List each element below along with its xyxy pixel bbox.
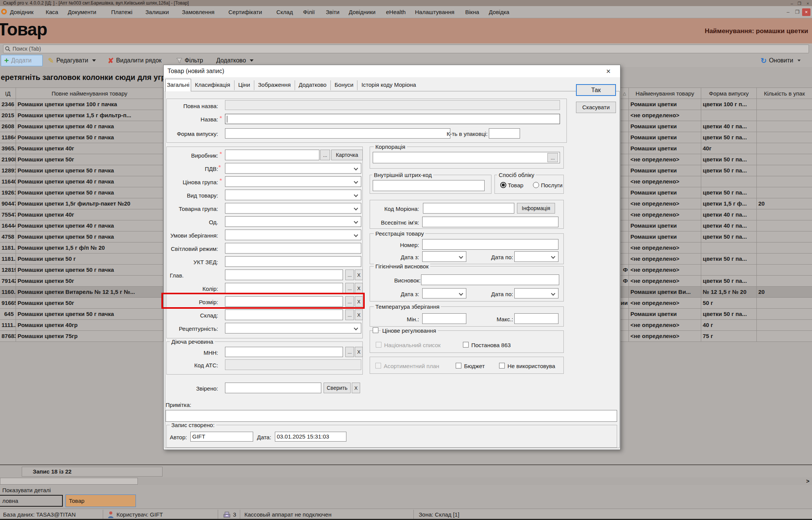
temp-min-field[interactable] [422, 313, 466, 324]
price-regulation-checkbox[interactable] [373, 327, 378, 333]
product-row-left[interactable]: 2346Ромашки цветки цветки 100 г пачка [0, 99, 163, 110]
size-clear-button[interactable]: X [355, 296, 363, 307]
tab-bonusy[interactable]: Бонуси [331, 80, 358, 90]
product-row-right[interactable]: ии<не определено>50 г [621, 298, 812, 309]
product-row-left[interactable]: 1111..Ромашки цветки 40гр [0, 320, 163, 331]
producer-browse-button[interactable]: ... [320, 150, 330, 160]
conclusion-field[interactable] [421, 274, 559, 285]
product-row-left[interactable]: 75547Ромашки цветки 40г [0, 209, 163, 220]
product-row-left[interactable]: 3965..Ромашки цветки 40г [0, 143, 163, 154]
tab-zahalni[interactable]: Загальні [165, 79, 191, 91]
vat-combobox[interactable] [225, 163, 361, 174]
product-row-right[interactable]: Ромашки цветкицветки 50 г па... [621, 132, 812, 143]
product-row-left[interactable]: 91665Ромашки цветки 50г [0, 298, 163, 309]
delete-row-button[interactable]: ✘Видалити рядок [105, 55, 164, 66]
tab-istoriia[interactable]: Історія коду Моріона [357, 80, 420, 90]
product-row-left[interactable]: 21908Ромашки цветки 50г [0, 154, 163, 165]
world-name-field[interactable] [422, 217, 558, 227]
product-row-right[interactable]: <не определено>75 г [621, 331, 812, 342]
composition-clear-button[interactable]: X [355, 309, 363, 320]
product-row-left[interactable]: 11864Ромашки цветки цветки 50 г пачка [0, 132, 163, 143]
cancel-button[interactable]: Скасувати [576, 102, 616, 113]
product-row-left[interactable]: 87683Ромашки цветки 75гр [0, 331, 163, 342]
mdi-close-icon[interactable]: × [802, 8, 810, 16]
search-input[interactable]: Поиск (Tab) [3, 45, 809, 53]
product-row-right[interactable]: <не определено>цветки 40 г па... [621, 209, 812, 220]
column-header-id[interactable]: ІД [0, 88, 16, 99]
product-row-left[interactable]: 19261Ромашки цветки цветки 50 г пачка [0, 187, 163, 198]
product-row-left[interactable]: 16444Ромашки цветки цветки 40 г пачка [0, 220, 163, 231]
product-row-left[interactable]: 12891Ромашки цветки цветки 50 г пачка [0, 165, 163, 176]
color-browse-button[interactable]: ... [345, 283, 354, 293]
unit-combobox[interactable] [225, 216, 361, 227]
budget-checkbox[interactable] [456, 363, 461, 368]
product-row-right[interactable]: Ромашки цветкицветки 50 г па... [621, 231, 812, 242]
product-row-left[interactable]: 2015Ромашки цветки цветки 1,5 г фильтр-п… [0, 110, 163, 121]
reg-number-field[interactable] [422, 239, 558, 250]
color-field[interactable] [225, 283, 343, 293]
menu-zamovlennia[interactable]: Замовлення [182, 9, 214, 15]
horizontal-scrollbar[interactable]: > [0, 477, 812, 485]
column-header-form[interactable]: Форма випуску [701, 88, 757, 99]
product-row-right[interactable]: Ромашки цветкицветки 50 г па... [621, 187, 812, 198]
decree-863-label[interactable]: Постанова 863 [471, 342, 511, 348]
ukt-field[interactable] [225, 256, 361, 267]
corporation-browse-button[interactable]: ... [547, 153, 558, 162]
ok-button[interactable]: Так [576, 84, 616, 96]
menu-dokumenty[interactable]: Документи [68, 9, 96, 15]
verified-field[interactable] [225, 383, 321, 393]
product-row-left[interactable]: 1160..Ромашки цветки Витарель № 12 1,5 г… [0, 287, 163, 298]
scrollbar-thumb[interactable] [0, 478, 138, 485]
product-row-left[interactable]: 4758Ромашки цветки цветки 50 г пачка [0, 231, 163, 242]
product-group-combobox[interactable] [225, 203, 361, 214]
budget-label[interactable]: Бюджет [464, 363, 485, 369]
product-row-right[interactable]: <не определено> [621, 110, 812, 121]
menu-dovidnyk[interactable]: Довідник [10, 9, 34, 15]
minimize-icon[interactable]: – [788, 0, 795, 6]
product-row-right[interactable]: <не определено>цветки 1,5 г ф...20 [621, 198, 812, 209]
size-browse-button[interactable]: ... [345, 296, 354, 307]
name-field[interactable] [225, 114, 560, 124]
decree-863-checkbox[interactable] [463, 342, 469, 348]
verified-clear-button[interactable]: X [352, 383, 360, 393]
product-row-left[interactable]: 2608Ромашки цветки цветки 40 г пачка [0, 121, 163, 132]
product-row-right[interactable]: <не определено>цветки 50 г па... [621, 254, 812, 265]
tab-holovna[interactable]: ловна [0, 495, 63, 507]
product-row-right[interactable]: Ф<не определено>цветки 50 г па... [621, 276, 812, 287]
corporation-field[interactable] [373, 152, 560, 163]
main-clear-button[interactable]: X [355, 270, 363, 280]
product-row-right[interactable]: Ромашки цветки40г [621, 143, 812, 154]
menu-dovidka[interactable]: Довідка [489, 9, 509, 15]
services-radio[interactable] [533, 182, 539, 188]
product-radio[interactable] [500, 182, 506, 188]
menu-kasa[interactable]: Каса [46, 9, 58, 15]
menu-sertyfikaty[interactable]: Сертифікати [228, 9, 262, 15]
show-details-label[interactable]: Показувати деталі [2, 487, 51, 493]
restore-icon[interactable]: ❐ [796, 0, 803, 6]
product-row-left[interactable]: 11640Ромашки цветки цветки 40 г пачка [0, 176, 163, 187]
product-row-right[interactable]: <не определено>40 г [621, 320, 812, 331]
mdi-restore-icon[interactable]: ❐ [793, 8, 801, 16]
product-row-right[interactable]: Ромашки цветки Ви...№ 12 1,5 г № 2020 [621, 287, 812, 298]
menu-zvity[interactable]: Звіти [326, 9, 340, 15]
product-row-right[interactable]: Ромашки цветкицветки 50 г па... [621, 309, 812, 320]
not-used-checkbox[interactable] [499, 363, 505, 368]
add-button[interactable]: +Додати [1, 55, 43, 66]
temp-max-field[interactable] [514, 313, 558, 324]
tab-klasyfikatsiia[interactable]: Класифікація [191, 80, 235, 90]
menu-zalyshky[interactable]: Залишки [145, 9, 169, 15]
menu-sklad[interactable]: Склад [276, 9, 293, 15]
product-row-left[interactable]: 1181..Ромашки цветки 50 г [0, 254, 163, 265]
hyg-date-to-combobox[interactable] [514, 288, 558, 298]
price-group-combobox[interactable] [225, 176, 361, 187]
reg-date-from-combobox[interactable] [422, 251, 466, 262]
tab-tsiny[interactable]: Ціни [235, 80, 254, 90]
menu-nalashtuvannia[interactable]: Налаштування [415, 9, 455, 15]
hyg-date-from-combobox[interactable] [422, 288, 466, 298]
morion-field[interactable] [423, 203, 514, 214]
form-field[interactable] [225, 128, 450, 139]
tab-zobrazhennia[interactable]: Зображення [254, 80, 295, 90]
dialog-close-icon[interactable]: × [602, 66, 614, 76]
services-radio-label[interactable]: Послуги [541, 182, 563, 188]
close-icon[interactable]: × [804, 0, 811, 6]
